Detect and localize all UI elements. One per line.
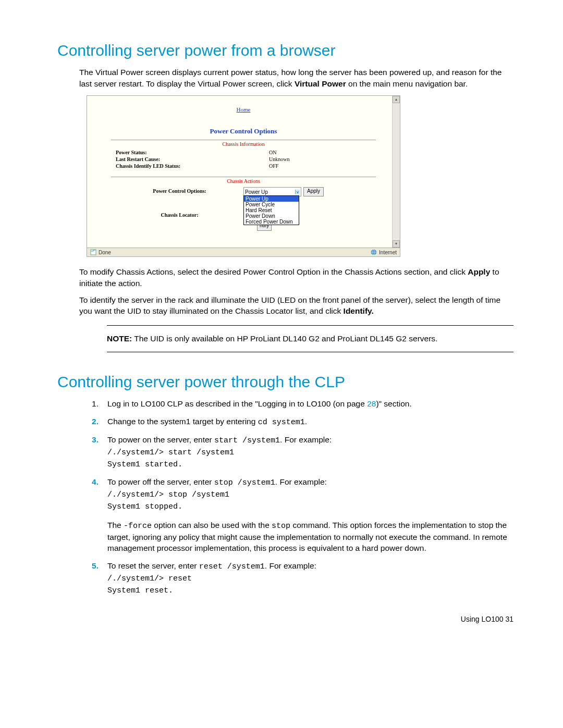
status-done-text: Done xyxy=(99,250,111,255)
step4-para-code1: -force xyxy=(124,522,152,530)
last-restart-value: Unknown xyxy=(269,156,371,163)
section2-heading: Controlling server power through the CLP xyxy=(57,373,513,391)
scroll-up-icon[interactable]: ▴ xyxy=(393,96,400,103)
power-status-value: ON xyxy=(269,149,371,156)
step4-para-mid: option can also be used with the xyxy=(152,521,272,529)
power-control-selected: Power Up xyxy=(245,189,268,195)
note-text: The UID is only available on HP ProLiant… xyxy=(132,334,437,343)
power-control-dropdown[interactable]: Power Up Power Cycle Hard Reset Power Do… xyxy=(243,195,299,225)
step5-post: . For example: xyxy=(265,561,316,570)
step2-code: cd system1 xyxy=(258,418,305,427)
chassis-info-table: Power Status: ON Last Restart Cause: Unk… xyxy=(116,149,371,169)
step-4: To power off the server, enter stop /sys… xyxy=(98,476,513,554)
chevron-down-icon[interactable]: v xyxy=(295,190,300,194)
step1-post: )" section. xyxy=(376,399,411,408)
note-block: NOTE: The UID is only available on HP Pr… xyxy=(107,325,513,352)
step3-code: start /system1 xyxy=(214,436,280,445)
step5-line1: /./system1/> reset xyxy=(107,573,513,584)
last-restart-label: Last Restart Cause: xyxy=(116,156,269,163)
step3-pre: To power on the server, enter xyxy=(107,435,214,444)
led-status-label: Chassis Identify LED Status: xyxy=(116,163,269,169)
page-footer: Using LO100 31 xyxy=(57,615,513,623)
browser-status-bar: Done Internet xyxy=(87,248,400,256)
step5-line2: System1 reset. xyxy=(107,585,513,596)
dropdown-hard-reset[interactable]: Hard Reset xyxy=(244,207,299,213)
step4-code: stop /system1 xyxy=(214,478,275,487)
step1-page-link[interactable]: 28 xyxy=(367,399,376,408)
step4-line1: /./system1/> stop /system1 xyxy=(107,489,513,500)
section1-para3: To identify the server in the rack and i… xyxy=(57,294,513,317)
step3-post: . For example: xyxy=(280,435,332,444)
para1-post: on the main menu navigation bar. xyxy=(346,79,468,88)
done-icon xyxy=(90,249,96,255)
step1-pre: Log in to LO100 CLP as described in the … xyxy=(107,399,367,408)
clp-steps-list: Log in to LO100 CLP as described in the … xyxy=(57,398,513,596)
power-control-options-title: Power Control Options xyxy=(103,127,384,135)
chassis-information-label: Chassis Information xyxy=(103,140,384,149)
step3-line2: System1 started. xyxy=(107,459,513,470)
chassis-locator-label: Chassis Locator: xyxy=(116,211,243,218)
screenshot-power-control: ▴ ▾ Home Power Control Options Chassis I… xyxy=(87,95,400,257)
section1-para1: The Virtual Power screen displays curren… xyxy=(57,67,513,89)
chassis-actions-label: Chassis Actions xyxy=(103,177,384,186)
step-2: Change to the system1 target by entering… xyxy=(98,416,513,428)
status-internet-text: Internet xyxy=(379,250,397,255)
step5-code: reset /system1 xyxy=(199,562,265,571)
internet-icon xyxy=(371,249,377,255)
dropdown-power-down[interactable]: Power Down xyxy=(244,213,299,219)
step4-pre: To power off the server, enter xyxy=(107,477,214,486)
note-label: NOTE: xyxy=(107,334,132,343)
para3-bold: Identify. xyxy=(344,306,374,315)
step4-subpara: The -force option can also be used with … xyxy=(107,520,513,554)
scroll-down-icon[interactable]: ▾ xyxy=(393,240,400,248)
power-status-label: Power Status: xyxy=(116,149,269,156)
dropdown-power-cycle[interactable]: Power Cycle xyxy=(244,202,299,207)
para2-bold: Apply xyxy=(468,267,490,276)
step2-pre: Change to the system1 target by entering xyxy=(107,417,258,426)
step3-line1: /./system1/> start /system1 xyxy=(107,447,513,458)
step2-post: . xyxy=(305,417,307,426)
para1-bold: Virtual Power xyxy=(295,79,346,88)
screenshot-scrollbar[interactable]: ▴ ▾ xyxy=(392,96,400,248)
section1-para2: To modify Chassis Actions, select the de… xyxy=(57,266,513,289)
step5-pre: To reset the server, enter xyxy=(107,561,199,570)
step-3: To power on the server, enter start /sys… xyxy=(98,434,513,470)
para3-pre: To identify the server in the rack and i… xyxy=(79,295,500,316)
step4-para-pre: The xyxy=(107,521,124,529)
apply-button[interactable]: Apply xyxy=(303,187,324,196)
step4-line2: System1 stopped. xyxy=(107,501,513,512)
home-link[interactable]: Home xyxy=(103,106,384,113)
dropdown-power-up[interactable]: Power Up xyxy=(244,196,299,202)
step-5: To reset the server, enter reset /system… xyxy=(98,560,513,596)
section1-heading: Controlling server power from a browser xyxy=(57,42,513,59)
power-control-options-label: Power Control Options: xyxy=(116,187,243,194)
dropdown-forced-power-down[interactable]: Forced Power Down xyxy=(244,219,299,225)
para2-pre: To modify Chassis Actions, select the de… xyxy=(79,267,468,276)
step-1: Log in to LO100 CLP as described in the … xyxy=(98,398,513,410)
step4-post: . For example: xyxy=(275,477,327,486)
step4-para-code2: stop xyxy=(272,522,290,530)
led-status-value: OFF xyxy=(269,163,371,169)
